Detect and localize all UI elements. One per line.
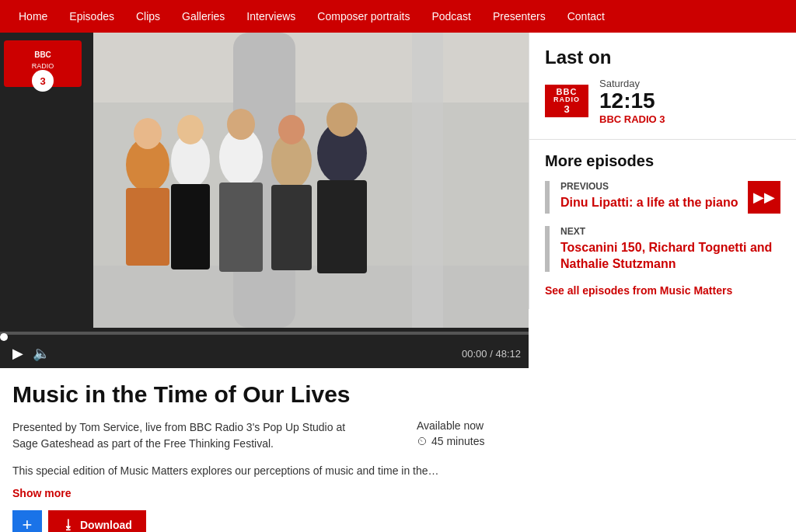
previous-stripe (545, 181, 550, 214)
svg-point-20 (278, 115, 305, 144)
bbc-radio3-logo: BBC RADIO 3 (545, 85, 588, 117)
svg-text:RADIO: RADIO (32, 62, 54, 70)
svg-point-23 (326, 103, 358, 137)
player-controls: ▶ 🔈 00:00 / 48:12 (0, 339, 529, 368)
previous-title[interactable]: Dinu Lipatti: a life at the piano (560, 195, 748, 211)
photo-bg: BBC RADIO 3 (0, 33, 529, 328)
clock-icon: ⏲ (417, 435, 428, 447)
next-episode-content: NEXT Toscanini 150, Richard Tognetti and… (560, 226, 780, 273)
left-panel: BBC RADIO 3 (0, 33, 529, 532)
previous-play-icon: ▶▶ (753, 189, 775, 206)
current-time: 00:00 (462, 348, 487, 360)
svg-text:3: 3 (40, 75, 45, 87)
next-stripe (545, 226, 550, 273)
video-thumbnail[interactable]: BBC RADIO 3 (0, 33, 529, 328)
previous-play-button[interactable]: ▶▶ (748, 181, 780, 214)
duration-info: ⏲ 45 minutes (417, 435, 484, 447)
previous-label: PREVIOUS (560, 181, 748, 192)
last-on-station: BBC RADIO 3 (599, 113, 665, 125)
previous-episode-content: PREVIOUS Dinu Lipatti: a life at the pia… (560, 181, 748, 214)
video-container: BBC RADIO 3 (0, 33, 529, 367)
last-on-time: 12:15 (599, 89, 665, 113)
duration-label: 45 minutes (431, 435, 484, 447)
more-episodes-title: More episodes (545, 152, 780, 170)
download-label: Download (80, 519, 132, 531)
right-panel: Last on BBC RADIO 3 Saturday 12:15 BBC R… (529, 33, 796, 309)
last-on-info: Saturday 12:15 BBC RADIO 3 (599, 78, 665, 125)
progress-bar-track[interactable] (0, 332, 529, 335)
nav-clips[interactable]: Clips (125, 0, 171, 33)
group-photo-svg: BBC RADIO 3 (0, 33, 529, 328)
previous-episode-item: PREVIOUS Dinu Lipatti: a life at the pia… (545, 181, 780, 214)
svg-rect-25 (412, 33, 443, 328)
main-layout: BBC RADIO 3 (0, 33, 796, 532)
nav-presenters[interactable]: Presenters (482, 0, 557, 33)
total-duration: 48:12 (495, 348, 521, 360)
show-more-link[interactable]: Show more (12, 487, 513, 499)
download-button[interactable]: ⭳ Download (48, 510, 146, 532)
next-episode-item: NEXT Toscanini 150, Richard Tognetti and… (545, 226, 780, 273)
progress-handle[interactable] (0, 333, 8, 341)
nav-contact[interactable]: Contact (557, 0, 616, 33)
action-buttons: + ⭳ Download (12, 510, 513, 532)
svg-text:BBC: BBC (34, 50, 51, 59)
svg-point-17 (227, 109, 255, 140)
svg-rect-18 (219, 183, 263, 272)
svg-point-14 (177, 115, 204, 144)
svg-rect-24 (317, 180, 367, 273)
download-icon: ⭳ (62, 518, 75, 532)
svg-point-11 (134, 118, 162, 149)
see-all-link[interactable]: See all episodes from Music Matters (545, 284, 780, 297)
next-title[interactable]: Toscanini 150, Richard Tognetti and Nath… (560, 240, 780, 273)
more-episodes-section: More episodes PREVIOUS Dinu Lipatti: a l… (529, 140, 796, 310)
nav-interviews[interactable]: Interviews (236, 0, 306, 33)
add-button[interactable]: + (12, 510, 42, 532)
nav-home[interactable]: Home (8, 0, 58, 33)
episode-description: Presented by Tom Service, live from BBC … (12, 419, 370, 452)
radio3-number: 3 (564, 104, 569, 115)
last-on-title: Last on (545, 47, 780, 68)
episode-meta-row: Presented by Tom Service, live from BBC … (12, 419, 513, 452)
availability-label: Available now (417, 419, 484, 432)
last-on-details: BBC RADIO 3 Saturday 12:15 BBC RADIO 3 (545, 78, 780, 125)
volume-button[interactable]: 🔈 (28, 346, 54, 360)
episode-availability: Available now ⏲ 45 minutes (417, 419, 484, 447)
nav-episodes[interactable]: Episodes (58, 0, 125, 33)
nav-galleries[interactable]: Galleries (171, 0, 236, 33)
svg-rect-12 (126, 188, 169, 266)
episode-title: Music in the Time of Our Lives (12, 381, 513, 409)
nav-composer-portraits[interactable]: Composer portraits (306, 0, 421, 33)
player-time: 00:00 / 48:12 (462, 348, 521, 360)
last-on-section: Last on BBC RADIO 3 Saturday 12:15 BBC R… (529, 33, 796, 140)
play-button[interactable]: ▶ (8, 346, 28, 360)
svg-rect-15 (171, 184, 210, 269)
svg-rect-9 (93, 266, 529, 328)
last-on-day: Saturday (599, 78, 665, 89)
svg-rect-21 (271, 185, 312, 270)
main-nav: Home Episodes Clips Galleries Interviews… (0, 0, 796, 33)
next-label: NEXT (560, 226, 780, 237)
content-area: Music in the Time of Our Lives Presented… (0, 367, 529, 532)
nav-podcast[interactable]: Podcast (421, 0, 482, 33)
episode-body: This special edition of Music Matters ex… (12, 463, 513, 479)
progress-area[interactable] (0, 328, 529, 339)
